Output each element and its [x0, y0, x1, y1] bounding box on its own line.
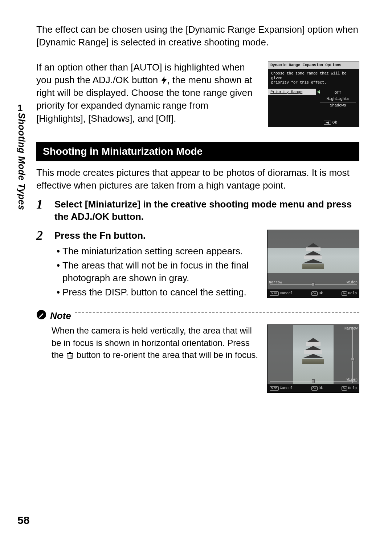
note-dash-rule [75, 312, 359, 312]
cam-blur-right [334, 325, 359, 384]
focus-width-slider [270, 284, 357, 284]
disp-key-icon: DISP. [270, 386, 279, 391]
fn-key-icon: Fn [342, 291, 347, 296]
miniaturize-vertical-screenshot: Narrow Widen DISP. Cancel OK Ok Fn Help [267, 324, 359, 393]
note-body-row: When the camera is held vertically, the … [36, 324, 359, 393]
flash-icon [161, 75, 167, 83]
intro-row: If an option other than [AUTO] is highli… [36, 61, 359, 127]
section-heading-banner: Shooting in Miniaturization Mode [36, 142, 359, 161]
cam-footer-hints: DISP. Cancel OK Ok Fn Help [268, 384, 359, 392]
step-2-bullet-3: Press the DISP. button to cancel the set… [54, 286, 258, 299]
dr-desc-line1: Choose the tone range that will be given [271, 71, 356, 80]
step-2-number: 2 [36, 230, 48, 300]
page: 1 Shooting Mode Types 58 The effect can … [0, 0, 392, 553]
intro-paragraph-1: The effect can be chosen using the [Dyna… [36, 23, 359, 49]
castle-graphic [301, 243, 326, 271]
help-hint: Help [348, 386, 357, 391]
note-text-b: button to re-orient the area that will b… [77, 350, 258, 360]
dr-option-highlights: Highlights [320, 96, 356, 102]
step-1: 1 Select [Miniaturize] in the creative s… [36, 198, 359, 223]
slider-handle [312, 282, 315, 286]
trash-icon [66, 350, 74, 363]
dr-ok-hint: Ok [324, 120, 337, 125]
miniaturize-horizontal-screenshot: Narrow Widen DISP. Cancel OK Ok Fn Help [267, 230, 359, 298]
dr-ok-label: Ok [332, 120, 337, 125]
svg-marker-0 [162, 76, 167, 84]
focus-width-slider-vertical [352, 327, 353, 383]
ok-key-icon: OK [311, 291, 318, 296]
svg-rect-8 [67, 353, 73, 354]
focus-position-slider [270, 381, 357, 382]
step-2-bullet-2: The areas that will not be in focus in t… [54, 259, 258, 284]
castle-graphic [301, 338, 326, 366]
step-list: 1 Select [Miniaturize] in the creative s… [36, 198, 359, 300]
svg-marker-2 [326, 121, 329, 124]
step-2-bullet-1: The miniaturization setting screen appea… [54, 245, 258, 258]
disp-key-icon: DISP. [270, 291, 279, 296]
step-2-bullet-list: The miniaturization setting screen appea… [54, 245, 258, 299]
intro-paragraph-2: If an option other than [AUTO] is highli… [36, 61, 260, 127]
slider-handle [312, 379, 315, 383]
cancel-hint: Cancel [280, 386, 293, 391]
note-pencil-icon [36, 310, 46, 320]
section-intro-paragraph: This mode creates pictures that appear t… [36, 166, 359, 192]
ok-hint: Ok [319, 386, 323, 391]
step-1-number: 1 [36, 198, 48, 223]
dr-title-bar: Dynamic Range Expansion Options [268, 61, 359, 69]
help-hint: Help [348, 291, 357, 296]
cancel-hint: Cancel [280, 291, 293, 296]
step-2: 2 Press the Fn button. The miniaturizati… [36, 230, 359, 300]
narrow-label: Narrow [344, 326, 358, 331]
ok-hint: Ok [319, 291, 323, 296]
cam-blur-left [268, 325, 293, 384]
note-heading-row: Note [36, 310, 359, 322]
dr-option-shadows: Shadows [320, 102, 356, 109]
note-heading: Note [50, 310, 359, 322]
left-key-icon [324, 121, 331, 125]
step-2-title: Press the Fn button. [54, 230, 258, 242]
dr-description: Choose the tone range that will be given… [268, 69, 359, 89]
dr-setting-label: Priority Range [268, 89, 316, 95]
ok-key-icon: OK [311, 386, 318, 391]
svg-rect-9 [69, 352, 71, 353]
slider-handle [351, 358, 355, 361]
dr-options-list: Off Highlights Shadows [320, 90, 356, 109]
page-number: 58 [17, 513, 29, 528]
dr-option-off: Off [320, 90, 356, 96]
note-text: When the camera is held vertically, the … [52, 324, 259, 393]
step-1-title: Select [Miniaturize] in the creative sho… [54, 198, 359, 223]
side-section-label: Shooting Mode Types [15, 113, 28, 210]
note-heading-text: Note [50, 310, 71, 322]
dr-desc-line2: priority for this effect. [271, 80, 356, 85]
fn-key-icon: Fn [342, 386, 347, 391]
cam-footer-hints: DISP. Cancel OK Ok Fn Help [268, 290, 359, 298]
dynamic-range-screenshot: Dynamic Range Expansion Options Choose t… [268, 61, 359, 127]
